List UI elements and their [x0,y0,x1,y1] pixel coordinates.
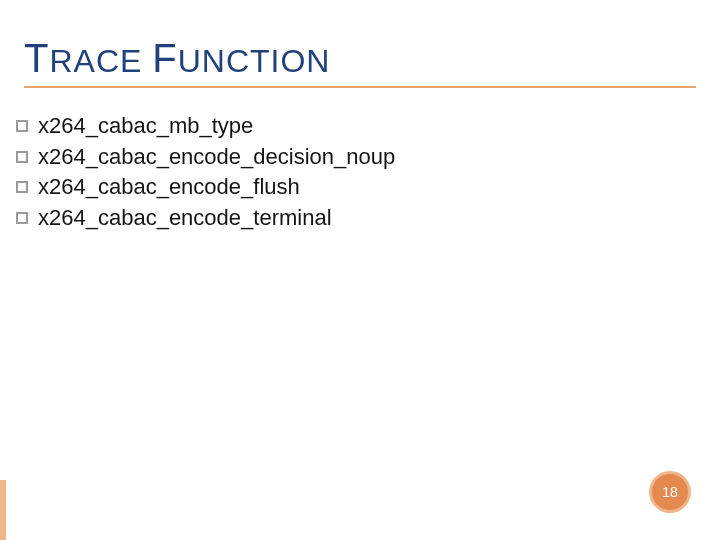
content-list: x264_cabac_mb_type x264_cabac_encode_dec… [16,112,656,234]
list-item: x264_cabac_encode_decision_noup [16,143,656,172]
list-item: x264_cabac_encode_terminal [16,204,656,233]
list-item-label: x264_cabac_encode_decision_noup [38,143,395,172]
title-cap-2: F [152,36,177,80]
list-item: x264_cabac_encode_flush [16,173,656,202]
left-accent-bar [0,480,6,540]
bullet-icon [16,212,28,224]
page-title: TRACE FUNCTION [24,36,330,81]
page-number-badge: 18 [652,474,688,510]
bullet-icon [16,120,28,132]
title-cap-1: T [24,36,49,80]
bullet-icon [16,181,28,193]
bullet-icon [16,151,28,163]
list-item-label: x264_cabac_encode_flush [38,173,300,202]
title-underline [24,86,696,88]
title-rest-1: RACE [49,43,142,79]
page-number: 18 [662,484,678,500]
title-rest-2: UNCTION [178,43,331,79]
list-item: x264_cabac_mb_type [16,112,656,141]
list-item-label: x264_cabac_mb_type [38,112,253,141]
slide: TRACE FUNCTION x264_cabac_mb_type x264_c… [0,0,720,540]
list-item-label: x264_cabac_encode_terminal [38,204,332,233]
